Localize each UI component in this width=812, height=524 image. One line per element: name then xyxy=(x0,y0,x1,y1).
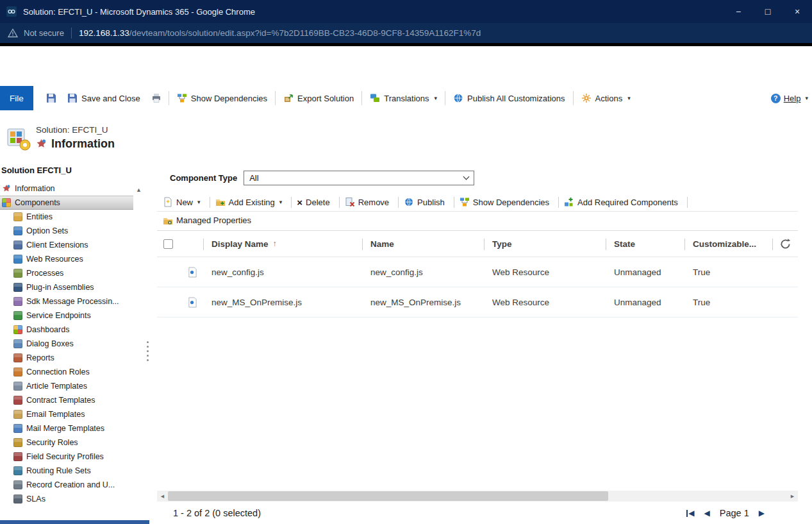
sidebar-item-label: Sdk Message Processin... xyxy=(26,297,119,306)
translations-icon xyxy=(370,93,380,103)
help-button[interactable]: ? Help ▾ xyxy=(771,94,808,103)
sidebar-splitter[interactable] xyxy=(145,164,151,524)
refresh-button[interactable] xyxy=(772,231,798,257)
solution-sidebar: Solution EFCTI_U Information Components … xyxy=(0,164,133,519)
column-header-display-name[interactable]: Display Name ↑ xyxy=(203,231,362,257)
chevron-down-icon: ▾ xyxy=(805,95,808,101)
sidebar-item-slas[interactable]: SLAs xyxy=(0,492,133,506)
publish-button[interactable]: Publish xyxy=(402,197,451,207)
dashboards-icon xyxy=(13,325,22,334)
help-icon: ? xyxy=(771,94,781,103)
print-button[interactable] xyxy=(146,89,167,107)
close-button[interactable]: × xyxy=(783,0,812,23)
publish-all-customizations-button[interactable]: Publish All Customizations xyxy=(447,89,570,107)
window-controls: − □ × xyxy=(724,0,812,23)
remove-button[interactable]: Remove xyxy=(343,197,395,207)
sidebar-item-field-security-profiles[interactable]: Field Security Profiles xyxy=(0,450,133,464)
file-tab[interactable]: File xyxy=(0,86,33,110)
horizontal-scrollbar[interactable]: ◀ ▶ xyxy=(157,491,798,502)
add-existing-button[interactable]: Add Existing ▾ xyxy=(213,197,288,207)
scrollbar-thumb[interactable] xyxy=(168,491,608,501)
actions-button[interactable]: Actions ▾ xyxy=(576,89,636,107)
table-row[interactable]: new_MS_OnPremise.js new_MS_OnPremise.js … xyxy=(157,287,798,317)
web-resource-icon xyxy=(188,297,197,308)
sidebar-item-processes[interactable]: Processes xyxy=(0,266,133,280)
ribbon-separator xyxy=(573,91,574,105)
cell-type: Web Resource xyxy=(484,267,606,277)
sidebar-item-connection-roles[interactable]: Connection Roles xyxy=(0,365,133,379)
sidebar-item-routing-rule-sets[interactable]: Routing Rule Sets xyxy=(0,464,133,478)
minimize-button[interactable]: − xyxy=(724,0,753,23)
publish-icon xyxy=(404,197,414,207)
sidebar-item-contract-templates[interactable]: Contract Templates xyxy=(0,393,133,407)
page-label: Page 1 xyxy=(720,508,749,518)
column-header-customizable[interactable]: Customizable... xyxy=(684,231,772,257)
cell-display-name[interactable]: new_config.js xyxy=(203,267,362,277)
column-header-name[interactable]: Name xyxy=(362,231,484,257)
page-header-text: Solution: EFCTI_U Information xyxy=(36,124,115,164)
sidebar-item-information[interactable]: Information xyxy=(0,182,133,196)
new-icon xyxy=(163,197,173,207)
scroll-left-button[interactable]: ◀ xyxy=(157,491,168,502)
sidebar-item-label: Option Sets xyxy=(26,226,68,235)
add-required-components-button[interactable]: Add Required Components xyxy=(562,197,684,207)
sidebar-item-web-resources[interactable]: Web Resources xyxy=(0,252,133,266)
address-bar[interactable]: Not secure 192.168.1.33 /devteam/tools/s… xyxy=(0,23,812,43)
first-page-button[interactable]: ◀ xyxy=(686,509,694,518)
url-host[interactable]: 192.168.1.33 xyxy=(79,28,129,38)
cell-display-name[interactable]: new_MS_OnPremise.js xyxy=(203,298,362,307)
translations-button[interactable]: Translations ▾ xyxy=(364,89,443,107)
table-row[interactable]: new_config.js new_config.js Web Resource… xyxy=(157,257,798,287)
maximize-button[interactable]: □ xyxy=(753,0,783,23)
sidebar-item-service-endpoints[interactable]: Service Endpoints xyxy=(0,308,133,323)
sidebar-item-label: Information xyxy=(15,184,55,193)
sidebar-item-label: Service Endpoints xyxy=(26,311,91,320)
sidebar-bottom-strip xyxy=(0,520,149,524)
sidebar-item-label: Dashboards xyxy=(26,325,69,334)
service-endpoints-icon xyxy=(13,311,22,320)
not-secure-label[interactable]: Not secure xyxy=(24,28,64,38)
sidebar-item-label: Reports xyxy=(26,353,54,362)
ribbon-items: Save and Close Show Dependencies E xyxy=(41,89,636,107)
sidebar-item-components[interactable]: Components xyxy=(0,196,133,210)
sidebar-item-entities[interactable]: Entities xyxy=(0,210,133,224)
export-solution-label: Export Solution xyxy=(297,94,354,103)
save-button[interactable] xyxy=(41,89,62,107)
previous-page-button[interactable]: ◀ xyxy=(704,509,710,518)
component-type-select[interactable]: All xyxy=(244,171,474,185)
sidebar-item-option-sets[interactable]: Option Sets xyxy=(0,224,133,238)
column-header-state[interactable]: State xyxy=(606,231,684,257)
first-page-icon xyxy=(686,510,688,517)
sidebar-item-mail-merge-templates[interactable]: Mail Merge Templates xyxy=(0,421,133,435)
next-page-button[interactable]: ▶ xyxy=(759,509,765,518)
scrollbar-track[interactable] xyxy=(168,491,787,502)
chevron-down-icon: ▾ xyxy=(435,95,438,101)
save-and-close-button[interactable]: Save and Close xyxy=(62,89,146,107)
export-solution-button[interactable]: Export Solution xyxy=(278,89,360,107)
sidebar-item-article-templates[interactable]: Article Templates xyxy=(0,379,133,393)
sidebar-item-plug-in-assemblies[interactable]: Plug-in Assemblies xyxy=(0,280,133,294)
sidebar-item-label: Components xyxy=(15,198,60,207)
save-and-close-label: Save and Close xyxy=(81,94,140,103)
show-dependencies-button[interactable]: Show Dependencies xyxy=(458,197,555,207)
scroll-right-button[interactable]: ▶ xyxy=(787,491,798,502)
url-path[interactable]: /devteam/tools/solution/edit.aspx?id=%7b… xyxy=(129,28,481,38)
sidebar-item-dashboards[interactable]: Dashboards xyxy=(0,323,133,337)
select-all-checkbox[interactable] xyxy=(163,239,173,249)
grid-toolbar: New ▾ Add Existing ▾ × Delete Remove xyxy=(157,193,798,212)
sidebar-item-dialog-boxes[interactable]: Dialog Boxes xyxy=(0,337,133,351)
sidebar-item-email-templates[interactable]: Email Templates xyxy=(0,407,133,421)
show-dependencies-button[interactable]: Show Dependencies xyxy=(171,89,273,107)
sidebar-item-security-roles[interactable]: Security Roles xyxy=(0,435,133,450)
sidebar-item-sdk-message-processing-steps[interactable]: Sdk Message Processin... xyxy=(0,294,133,308)
sidebar-scroll-up-button[interactable]: ▲ xyxy=(136,187,142,193)
sidebar-item-reports[interactable]: Reports xyxy=(0,351,133,365)
connection-roles-icon xyxy=(13,368,22,376)
sidebar-item-client-extensions[interactable]: Client Extensions xyxy=(0,238,133,252)
sidebar-item-record-creation-rules[interactable]: Record Creation and U... xyxy=(0,478,133,492)
column-header-type[interactable]: Type xyxy=(484,231,606,257)
managed-properties-button[interactable]: Managed Properties xyxy=(161,216,257,226)
new-button[interactable]: New ▾ xyxy=(161,197,206,207)
pagination: ◀ ◀ Page 1 ▶ xyxy=(686,508,798,518)
delete-button[interactable]: × Delete xyxy=(295,198,335,207)
